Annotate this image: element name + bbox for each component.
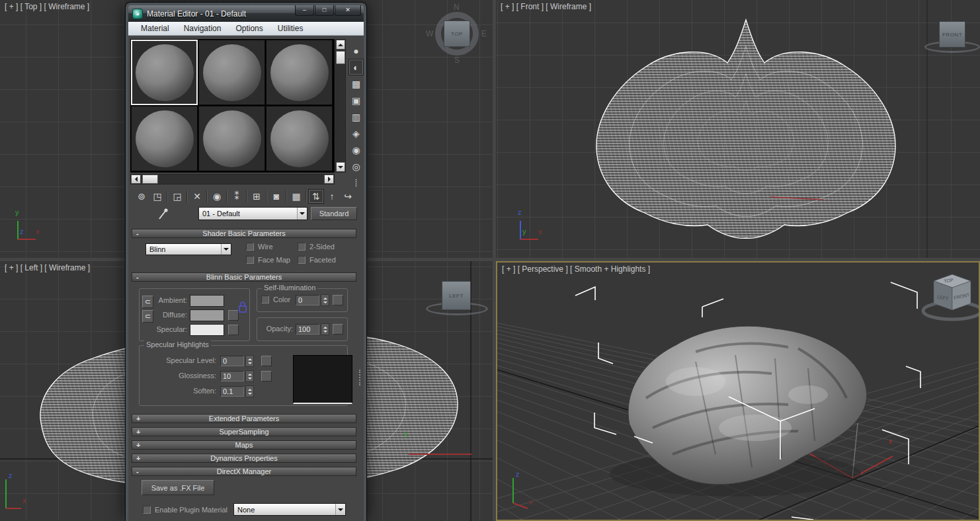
panel-scroll-grip[interactable] (359, 370, 363, 385)
maximize-button[interactable]: □ (315, 5, 334, 16)
enable-plugin-material-checkbox[interactable] (143, 506, 151, 514)
make-preview-icon[interactable]: ◈ (348, 125, 364, 141)
select-by-material-icon[interactable]: ◎ (348, 158, 364, 175)
scroll-down-button[interactable] (336, 162, 345, 172)
material-editor-titlebar[interactable]: ◕ Material Editor - 01 - Default – □ ✕ (128, 5, 364, 22)
self-illumination-map-button[interactable] (333, 295, 343, 305)
glossiness-map-button[interactable] (261, 371, 272, 381)
background-icon[interactable]: ▩ (348, 75, 364, 92)
faceted-checkbox[interactable] (298, 256, 306, 264)
viewcube-top[interactable]: TOP (444, 20, 470, 47)
menu-utilities[interactable]: Utilities (270, 24, 311, 33)
material-name-row: 01 - Default Standard (128, 207, 364, 221)
ambient-diffuse-lock-button[interactable]: ⊂ (142, 296, 153, 308)
go-to-parent-icon[interactable]: ↑ (324, 189, 340, 204)
menu-material[interactable]: Material (134, 24, 177, 33)
face-map-checkbox[interactable] (246, 256, 254, 264)
plugin-material-dropdown[interactable]: None (233, 503, 346, 516)
rollout-blinn-basic-parameters[interactable]: - Blinn Basic Parameters (132, 272, 356, 282)
sample-slot-selected[interactable] (131, 40, 198, 105)
axis-label-z: z (20, 227, 24, 235)
specular-level-spinner[interactable]: 0 (220, 355, 254, 367)
vscroll-thumb[interactable] (336, 51, 345, 64)
rollout-directx-manager[interactable]: - DirectX Manager (132, 467, 356, 476)
scroll-left-button[interactable] (131, 175, 141, 184)
diffuse-specular-lock-button[interactable]: ⊂ (142, 310, 153, 323)
sample-type-icon[interactable]: ● (348, 42, 364, 59)
shader-type-dropdown[interactable]: Blinn (145, 243, 231, 255)
menu-navigation[interactable]: Navigation (177, 24, 229, 33)
assign-material-to-selection-icon[interactable]: ◲ (169, 189, 185, 204)
sample-slot[interactable] (266, 40, 333, 105)
menu-options[interactable]: Options (228, 24, 270, 33)
save-as-fx-file-button[interactable]: Save as .FX File (142, 480, 214, 495)
ad-lock-icon[interactable] (237, 301, 248, 314)
material-type-button[interactable]: Standard (311, 207, 357, 220)
rollout-maps[interactable]: + Maps (132, 440, 356, 450)
make-unique-icon[interactable]: ⁑ (229, 189, 245, 204)
close-button[interactable]: ✕ (335, 5, 361, 16)
sample-slot[interactable] (198, 40, 265, 105)
compass-south[interactable]: S (454, 56, 460, 65)
dropdown-arrow-icon[interactable] (335, 504, 345, 515)
opacity-spinner[interactable]: 100 (296, 323, 329, 335)
viewport-front-label[interactable]: [ + ] [ Front ] [ Wireframe ] (501, 2, 591, 11)
rollout-dynamics-properties[interactable]: + Dynamics Properties (132, 454, 356, 463)
get-material-icon[interactable]: ⊚ (134, 189, 149, 204)
sample-slot[interactable] (198, 106, 265, 171)
ambient-color-swatch[interactable] (190, 295, 224, 307)
rollout-extended-parameters[interactable]: + Extended Parameters (132, 414, 356, 423)
self-illumination-spinner[interactable]: 0 (296, 294, 329, 306)
opacity-group: Opacity: 100 (257, 317, 348, 341)
scroll-up-button[interactable] (336, 40, 345, 50)
rollout-shader-basic-parameters[interactable]: - Shader Basic Parameters (132, 229, 356, 238)
soften-spinner[interactable]: 0.1 (220, 385, 254, 397)
sample-slot[interactable] (266, 106, 333, 171)
sample-slot[interactable] (131, 106, 198, 171)
slots-vscrollbar[interactable] (335, 39, 346, 173)
compass-west[interactable]: W (426, 29, 433, 38)
dropdown-arrow-icon[interactable] (221, 244, 231, 255)
viewport-front[interactable]: [ + ] [ Front ] [ Wireframe ] FRONT z y … (496, 0, 980, 258)
two-sided-checkbox[interactable] (298, 243, 306, 251)
material-editor-window[interactable]: ◕ Material Editor - 01 - Default – □ ✕ M… (126, 3, 366, 521)
opacity-map-button[interactable] (333, 324, 343, 335)
pick-material-eyedropper-icon[interactable] (157, 208, 169, 221)
show-end-result-icon[interactable]: ⇅ (308, 189, 324, 204)
self-illumination-color-checkbox[interactable] (261, 296, 269, 303)
diffuse-color-swatch[interactable] (190, 309, 224, 321)
viewport-left-label[interactable]: [ + ] [ Left ] [ Wireframe ] (5, 263, 90, 272)
glossiness-spinner[interactable]: 10 (220, 370, 254, 382)
sample-uv-tiling-icon[interactable]: ▣ (348, 92, 364, 108)
viewport-perspective[interactable]: y x z (496, 261, 980, 521)
left-origin-y-label: y (404, 430, 408, 438)
viewcube-front[interactable]: FRONT (939, 21, 965, 48)
reset-map-mtl-icon[interactable]: ✕ (189, 189, 205, 204)
wire-checkbox[interactable] (246, 243, 254, 251)
scroll-right-button[interactable] (324, 175, 334, 184)
hscroll-thumb[interactable] (142, 175, 158, 184)
options-icon[interactable]: ◉ (348, 141, 364, 158)
make-material-copy-icon[interactable]: ◉ (209, 189, 225, 204)
slots-hscrollbar[interactable] (130, 174, 335, 184)
svg-text:x: x (889, 438, 892, 445)
video-color-check-icon[interactable]: ▥ (348, 108, 364, 125)
material-id-channel-icon[interactable]: ◙ (268, 189, 284, 204)
show-shaded-material-in-viewport-icon[interactable]: ▦ (288, 189, 304, 204)
viewport-top-label[interactable]: [ + ] [ Top ] [ Wireframe ] (5, 2, 89, 11)
put-material-to-scene-icon[interactable]: ◳ (149, 189, 165, 204)
compass-east[interactable]: E (481, 29, 487, 38)
rollout-supersampling[interactable]: + SuperSampling (132, 427, 356, 436)
material-name-dropdown[interactable]: 01 - Default (198, 207, 307, 220)
viewport-perspective-label[interactable]: [ + ] [ Perspective ] [ Smooth + Highlig… (502, 264, 650, 274)
backlight-icon[interactable]: ◐ (348, 59, 364, 75)
dropdown-arrow-icon[interactable] (297, 208, 307, 220)
put-to-library-icon[interactable]: ⊞ (249, 189, 265, 204)
compass-north[interactable]: N (454, 3, 460, 12)
specular-map-button[interactable] (228, 325, 239, 335)
go-forward-to-sibling-icon[interactable]: ↪ (340, 189, 356, 204)
specular-level-map-button[interactable] (261, 356, 272, 366)
viewcube-left[interactable]: LEFT (442, 281, 471, 310)
specular-color-swatch[interactable] (190, 324, 224, 336)
minimize-button[interactable]: – (295, 5, 314, 16)
